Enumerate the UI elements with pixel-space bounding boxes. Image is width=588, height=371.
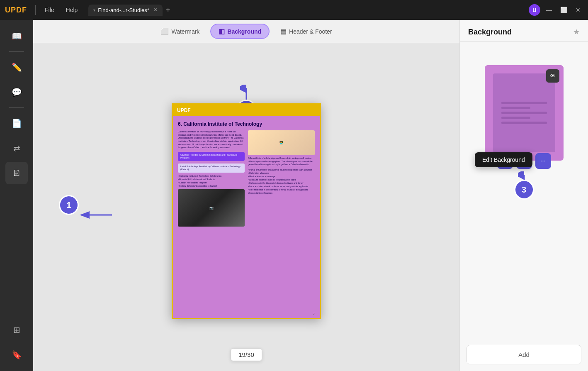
bullet-item: • Medical insurance coverage xyxy=(248,175,315,178)
titlebar: UPDF File Help ▾ Find-and-...r-Studies* … xyxy=(0,0,588,20)
pdf-right-text: Different kinds of scholarships and fina… xyxy=(248,157,315,166)
list-item: • California Institute of Technology Sch… xyxy=(178,174,245,178)
close-button[interactable]: ✕ xyxy=(573,6,583,14)
sidebar-item-bookmark[interactable]: 🔖 xyxy=(5,344,28,366)
annotation-circle-1: 1 xyxy=(59,195,79,215)
active-tab[interactable]: ▾ Find-and-...r-Studies* ✕ xyxy=(88,5,163,16)
pdf-columns: California Institute of Technology doesn… xyxy=(178,130,315,227)
content-area: ⬜ Watermark ◧ Background ▤ Header & Foot… xyxy=(33,20,588,371)
pdf-body-text: California Institute of Technology doesn… xyxy=(178,130,245,149)
bullet-item: • Local and international conferences fo… xyxy=(248,185,315,188)
pdf-title: 6. California Institute of Technology xyxy=(178,121,315,127)
star-icon[interactable]: ★ xyxy=(573,27,580,37)
eye-icon: 👁 xyxy=(550,73,556,79)
background-tool-icon: 🖹 xyxy=(12,169,21,177)
more-icon: ··· xyxy=(540,157,546,165)
convert-icon: ⇄ xyxy=(13,144,20,152)
header-footer-icon: ▤ xyxy=(280,27,287,35)
right-panel: Background ★ xyxy=(459,20,588,371)
pdf-logo: UPDF xyxy=(177,107,191,113)
right-panel-content: 👁 ✏ 🗑 ··· xyxy=(460,42,588,338)
sidebar-item-background-tool[interactable]: 🖹 xyxy=(5,162,28,184)
bg-line-2 xyxy=(501,107,530,109)
reader-icon: 📖 xyxy=(12,32,22,40)
pdf-list: • California Institute of Technology Sch… xyxy=(178,174,245,188)
sidebar-divider-1 xyxy=(9,51,24,52)
background-thumbnail-container: 👁 ✏ 🗑 ··· xyxy=(485,65,564,161)
pdf-desk-image: 📷 xyxy=(178,189,245,227)
user-avatar[interactable]: U xyxy=(529,4,540,16)
bg-line-5 xyxy=(501,122,547,124)
menu-help[interactable]: Help xyxy=(62,5,82,15)
pdf-list-title: List of Scholarships Provided by Califor… xyxy=(178,164,245,173)
main-layout: 📖 ✏️ 💬 📄 ⇄ 🖹 ⊞ 🔖 xyxy=(0,20,588,371)
pdf-footer-num: 7 xyxy=(313,312,315,315)
pdf-page-inner: 6. California Institute of Technology Ca… xyxy=(173,116,320,319)
background-button[interactable]: ◧ Background xyxy=(210,24,270,39)
layers-icon: ⊞ xyxy=(13,326,20,334)
list-item: • Financial Aid for International Studen… xyxy=(178,178,245,181)
maximize-button[interactable]: ⬜ xyxy=(558,6,570,14)
right-panel-title: Background xyxy=(468,28,512,37)
bookmark-icon: 🔖 xyxy=(12,351,22,359)
app-logo: UPDF xyxy=(5,6,27,15)
background-icon: ◧ xyxy=(219,27,225,35)
sidebar-item-organize[interactable]: 📄 xyxy=(5,112,28,134)
sidebar-divider-2 xyxy=(9,107,24,108)
pdf-bullets: • Partial or full waiver of academic edu… xyxy=(248,168,315,195)
pdf-content: 6. California Institute of Technology Ca… xyxy=(173,116,320,230)
annotation-3: 3 xyxy=(518,171,530,194)
canvas-section: ⬜ Watermark ◧ Background ▤ Header & Foot… xyxy=(33,20,459,371)
watermark-icon: ⬜ xyxy=(160,27,169,35)
add-background-button[interactable]: Add xyxy=(467,345,581,364)
tab-close-icon[interactable]: ✕ xyxy=(153,7,158,13)
more-options-button[interactable]: ··· xyxy=(535,153,551,169)
background-item-area: 👁 ✏ 🗑 ··· xyxy=(467,65,581,161)
page-indicator: 19/30 xyxy=(231,348,262,361)
sidebar-item-layers[interactable]: ⊞ xyxy=(5,319,28,341)
bullet-item: • Partial or full waiver of academic edu… xyxy=(248,168,315,171)
bg-thumb-lines xyxy=(501,102,547,124)
canvas-area: 1 xyxy=(33,43,459,371)
list-item: • Federal Scholarships provided to Calte… xyxy=(178,184,245,188)
minimize-button[interactable]: — xyxy=(544,6,554,14)
sidebar: 📖 ✏️ 💬 📄 ⇄ 🖹 ⊞ 🔖 xyxy=(0,20,33,371)
pdf-header: UPDF xyxy=(173,105,320,116)
bullet-item: • Literature expenses such as the purcha… xyxy=(248,178,315,181)
bg-line-3 xyxy=(501,112,547,114)
comment-icon: 💬 xyxy=(12,88,22,96)
annotation-arrow-1 xyxy=(79,209,116,221)
tab-dropdown-icon[interactable]: ▾ xyxy=(93,8,95,12)
bg-thumb-inner xyxy=(493,73,555,152)
pdf-right-col: 👩‍💻 Different kinds of scholarships and … xyxy=(248,130,315,227)
desk-image-placeholder: 📷 xyxy=(178,189,245,227)
annotation-circle-3: 3 xyxy=(514,180,534,200)
bullet-item: • Free residence in the dormitory or ren… xyxy=(248,188,315,195)
bullet-item: • Full access to the University's licens… xyxy=(248,181,315,185)
new-tab-button[interactable]: + xyxy=(166,6,170,15)
bg-line-1 xyxy=(501,102,547,104)
sidebar-item-convert[interactable]: ⇄ xyxy=(5,137,28,159)
sidebar-item-comment[interactable]: 💬 xyxy=(5,81,28,103)
tab-label: Find-and-...r-Studies* xyxy=(98,7,149,13)
tab-area: ▾ Find-and-...r-Studies* ✕ + xyxy=(88,5,525,16)
divider xyxy=(35,5,36,15)
edit-background-tooltip: Edit Background xyxy=(475,152,532,167)
scholar-image: 👩‍💻 xyxy=(248,130,315,155)
header-footer-button[interactable]: ▤ Header & Footer xyxy=(273,24,340,38)
pdf-left-col: California Institute of Technology doesn… xyxy=(178,130,245,227)
pdf-page: UPDF 6. California Institute of Technolo… xyxy=(172,103,321,319)
toolbar: ⬜ Watermark ◧ Background ▤ Header & Foot… xyxy=(33,20,459,43)
right-panel-header: Background ★ xyxy=(460,20,588,42)
watermark-button[interactable]: ⬜ Watermark xyxy=(153,24,207,38)
organize-icon: 📄 xyxy=(12,119,22,127)
window-controls: U — ⬜ ✕ xyxy=(529,4,583,16)
sidebar-item-edit[interactable]: ✏️ xyxy=(5,56,28,78)
menu-file[interactable]: File xyxy=(41,5,58,15)
bullet-item: • Daily living allowance xyxy=(248,171,315,175)
edit-icon: ✏️ xyxy=(12,63,22,71)
list-item: • Caltech Need-Based Program xyxy=(178,181,245,184)
bg-line-4 xyxy=(501,117,530,119)
hide-background-button[interactable]: 👁 xyxy=(546,69,559,83)
sidebar-item-reader[interactable]: 📖 xyxy=(5,25,28,47)
